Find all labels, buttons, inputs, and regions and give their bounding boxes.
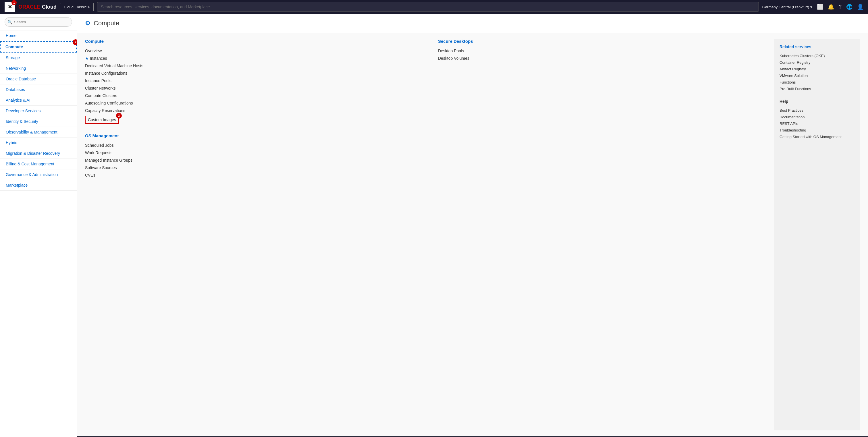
sidebar-item-oracle-database[interactable]: Oracle Database <box>0 74 77 85</box>
link-kubernetes[interactable]: Kubernetes Clusters (OKE) <box>779 53 854 59</box>
link-vmware[interactable]: VMware Solution <box>779 72 854 79</box>
link-functions[interactable]: Functions <box>779 79 854 86</box>
main-layout: 🔍 HomeCompute2StorageNetworkingOracle Da… <box>0 14 868 437</box>
star-icon: ★ <box>85 56 89 61</box>
oracle-text: ORACLE <box>19 4 40 10</box>
sidebar-item-identity-security[interactable]: Identity & Security <box>0 116 77 127</box>
sidebar: 🔍 HomeCompute2StorageNetworkingOracle Da… <box>0 14 77 437</box>
help-links: Best Practices Documentation REST APIs T… <box>779 107 854 140</box>
two-columns: Compute Overview ★ Instances Dedicated V… <box>85 39 762 187</box>
user-icon[interactable]: 👤 <box>857 4 863 10</box>
content-body: Compute Overview ★ Instances Dedicated V… <box>77 33 868 436</box>
close-icon: ✕ <box>8 4 12 10</box>
region-label: Germany Central (Frankfurt) <box>762 5 809 9</box>
compute-column: Compute Overview ★ Instances Dedicated V… <box>85 39 409 187</box>
link-troubleshooting[interactable]: Troubleshooting <box>779 127 854 133</box>
link-compute-clusters[interactable]: Compute Clusters <box>85 92 409 99</box>
right-panel: Related services Kubernetes Clusters (OK… <box>774 39 860 430</box>
link-work-requests[interactable]: Work Requests <box>85 149 409 156</box>
sidebar-item-storage[interactable]: Storage <box>0 53 77 63</box>
link-instance-configurations[interactable]: Instance Configurations <box>85 69 409 77</box>
link-capacity-reservations[interactable]: Capacity Reservations <box>85 107 409 114</box>
badge-3: 3 <box>116 113 122 119</box>
nav-right: Germany Central (Frankfurt) ▾ ⬜ 🔔 ? 🌐 👤 <box>762 4 863 10</box>
secure-desktops-column: Secure Desktops Desktop Pools Desktop Vo… <box>438 39 762 187</box>
secure-desktops-links: Desktop Pools Desktop Volumes <box>438 47 762 62</box>
secure-desktops-title: Secure Desktops <box>438 39 762 44</box>
link-instance-pools[interactable]: Instance Pools <box>85 77 409 85</box>
related-services-links: Kubernetes Clusters (OKE) Container Regi… <box>779 53 854 92</box>
page-title: Compute <box>94 20 119 27</box>
link-dedicated-vm-hosts[interactable]: Dedicated Virtual Machine Hosts <box>85 62 409 69</box>
link-getting-started-os[interactable]: Getting Started with OS Management <box>779 133 854 140</box>
link-best-practices[interactable]: Best Practices <box>779 107 854 114</box>
sidebar-item-compute[interactable]: Compute2 <box>0 41 77 53</box>
sidebar-item-marketplace[interactable]: Marketplace <box>0 180 77 191</box>
cloud-classic-button[interactable]: Cloud Classic > <box>60 3 94 11</box>
link-software-sources[interactable]: Software Sources <box>85 164 409 171</box>
sidebar-item-billing-cost[interactable]: Billing & Cost Management <box>0 159 77 169</box>
compute-icon: ⚙ <box>85 20 91 27</box>
custom-images-box[interactable]: Custom Images <box>85 116 119 124</box>
link-managed-instance-groups[interactable]: Managed Instance Groups <box>85 156 409 164</box>
os-management-title: OS Management <box>85 133 409 138</box>
link-prebuilt-functions[interactable]: Pre-Built Functions <box>779 86 854 92</box>
sidebar-item-home[interactable]: Home <box>0 30 77 41</box>
top-navigation: ✕ 1 ORACLE Cloud Cloud Classic > Germany… <box>0 0 868 14</box>
link-artifact-registry[interactable]: Artifact Registry <box>779 66 854 72</box>
sidebar-item-databases[interactable]: Databases <box>0 85 77 95</box>
main-column: Compute Overview ★ Instances Dedicated V… <box>85 39 762 430</box>
help-title: Help <box>779 99 854 104</box>
sidebar-search-container: 🔍 <box>0 14 77 30</box>
compute-section-title: Compute <box>85 39 409 44</box>
link-autoscaling[interactable]: Autoscaling Configurations <box>85 99 409 107</box>
sidebar-search-input[interactable] <box>5 17 72 27</box>
link-scheduled-jobs[interactable]: Scheduled Jobs <box>85 142 409 149</box>
content-header: ⚙ Compute <box>77 14 868 33</box>
oracle-logo: ORACLE Cloud <box>19 4 57 10</box>
sidebar-item-hybrid[interactable]: Hybrid <box>0 137 77 148</box>
bell-icon[interactable]: 🔔 <box>828 4 834 10</box>
link-cluster-networks[interactable]: Cluster Networks <box>85 85 409 92</box>
cloud-text: Cloud <box>42 4 57 10</box>
link-desktop-pools[interactable]: Desktop Pools <box>438 47 762 55</box>
badge-2: 2 <box>73 39 77 45</box>
badge-1: 1 <box>11 0 17 5</box>
link-custom-images[interactable]: Custom Images 3 <box>85 114 409 125</box>
help-icon[interactable]: ? <box>839 4 842 10</box>
link-instances[interactable]: ★ Instances <box>85 55 409 62</box>
sidebar-item-developer-services[interactable]: Developer Services <box>0 106 77 116</box>
link-rest-apis[interactable]: REST APIs <box>779 120 854 127</box>
sidebar-item-observability-management[interactable]: Observability & Management <box>0 127 77 137</box>
link-overview[interactable]: Overview <box>85 47 409 55</box>
compute-links: Overview ★ Instances Dedicated Virtual M… <box>85 47 409 125</box>
link-cves[interactable]: CVEs <box>85 171 409 179</box>
sidebar-item-networking[interactable]: Networking <box>0 63 77 74</box>
global-search-input[interactable] <box>97 2 759 12</box>
related-services-title: Related services <box>779 44 854 49</box>
sidebar-items-list: HomeCompute2StorageNetworkingOracle Data… <box>0 30 77 191</box>
sidebar-item-migration-disaster-recovery[interactable]: Migration & Disaster Recovery <box>0 148 77 159</box>
content-area: ⚙ Compute Compute Overview ★ Instances D… <box>77 14 868 437</box>
region-selector[interactable]: Germany Central (Frankfurt) ▾ <box>762 5 812 9</box>
link-desktop-volumes[interactable]: Desktop Volumes <box>438 55 762 62</box>
sidebar-item-analytics-ai[interactable]: Analytics & AI <box>0 95 77 106</box>
search-icon: 🔍 <box>7 20 12 24</box>
link-container-registry[interactable]: Container Registry <box>779 59 854 66</box>
link-documentation[interactable]: Documentation <box>779 114 854 120</box>
chevron-down-icon: ▾ <box>810 5 812 9</box>
sidebar-item-governance-administration[interactable]: Governance & Administration <box>0 169 77 180</box>
globe-icon[interactable]: 🌐 <box>846 4 852 10</box>
terminal-icon[interactable]: ⬜ <box>817 4 823 10</box>
os-management-links: Scheduled Jobs Work Requests Managed Ins… <box>85 142 409 179</box>
